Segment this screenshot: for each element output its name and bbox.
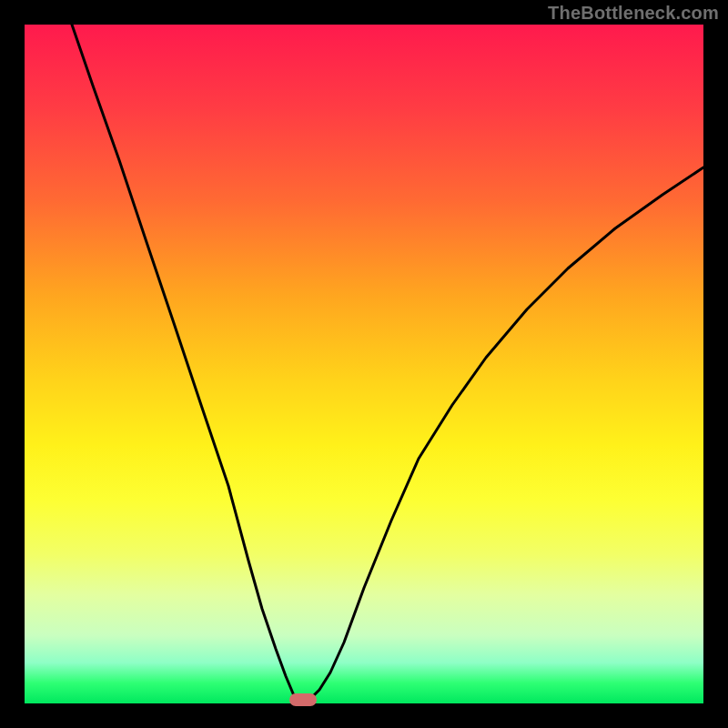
curve-path	[72, 25, 703, 700]
optimal-marker	[289, 693, 317, 706]
watermark-text: TheBottleneck.com	[548, 3, 719, 24]
chart-frame: TheBottleneck.com	[0, 0, 728, 728]
bottleneck-curve	[25, 25, 703, 703]
plot-area	[25, 25, 703, 703]
